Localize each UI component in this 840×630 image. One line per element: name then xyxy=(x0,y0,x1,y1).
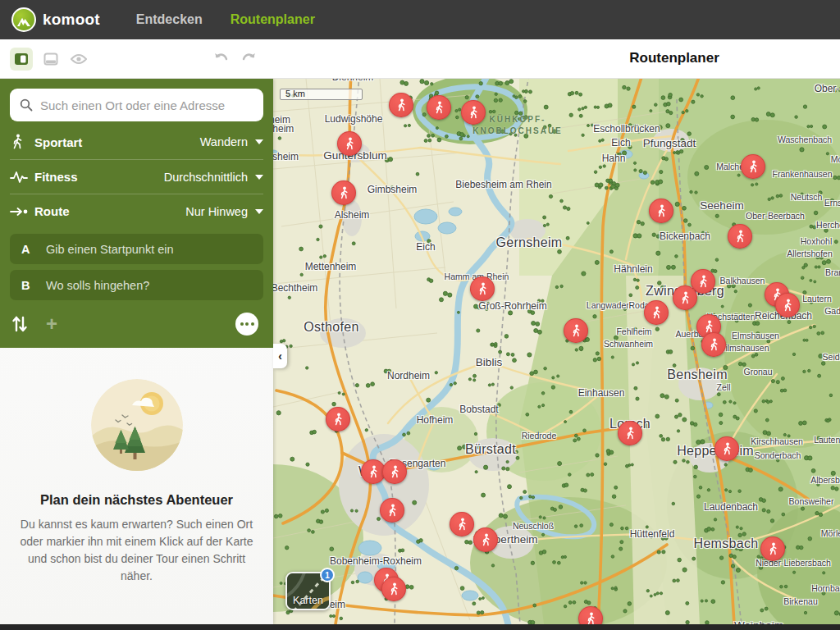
komoot-logo[interactable]: komoot xyxy=(11,7,100,32)
map-town-label: Lauten- xyxy=(814,435,840,445)
search-icon xyxy=(20,98,33,112)
map-town-label: Bechtheim xyxy=(273,282,317,294)
secondary-toolbar: Routenplaner xyxy=(0,39,840,79)
map-town-label: Osthofen xyxy=(304,320,358,335)
add-waypoint-button[interactable]: + xyxy=(46,314,57,334)
tour-marker[interactable] xyxy=(326,407,350,431)
adventure-illustration xyxy=(91,379,183,471)
tour-marker[interactable] xyxy=(741,154,765,179)
tour-marker[interactable] xyxy=(760,536,785,561)
map-town-label: Eschollbrücken xyxy=(593,123,660,135)
bottom-panel-toggle-icon[interactable] xyxy=(39,48,62,71)
layers-button-label: Karten xyxy=(287,595,329,606)
empty-state-title: Plan dein nächstes Abenteuer xyxy=(0,492,273,508)
redo-icon[interactable] xyxy=(237,48,260,71)
tour-marker[interactable] xyxy=(382,459,407,484)
map-town-label: Seeheim xyxy=(700,199,743,212)
search-input[interactable] xyxy=(40,98,253,112)
nav-routenplaner[interactable]: Routenplaner xyxy=(231,12,315,27)
tour-marker[interactable] xyxy=(450,512,474,536)
map-town-label: Gade xyxy=(824,306,840,316)
map-town-label: Mo xyxy=(831,154,840,164)
map-town-label: Ober- xyxy=(815,83,840,94)
map-town-label: Bobstadt xyxy=(459,404,498,415)
tour-marker[interactable] xyxy=(673,285,697,310)
tour-marker[interactable] xyxy=(337,131,362,156)
map-town-label: msheim xyxy=(273,151,299,162)
map-town-label: Seide xyxy=(823,352,840,362)
tour-marker[interactable] xyxy=(331,180,356,205)
sidebar-panel-toggle-icon[interactable] xyxy=(10,48,33,71)
layers-badge: 1 xyxy=(320,568,335,582)
map-town-label: Schwanheim xyxy=(604,339,653,349)
tour-marker[interactable] xyxy=(380,498,404,523)
map-town-label: Waschenbach xyxy=(778,135,832,144)
tour-marker[interactable] xyxy=(618,421,642,445)
chevron-down-icon xyxy=(255,175,263,180)
map-town-label: Bobenheim-Roxheim xyxy=(330,555,422,567)
map-town-label: Mettenheim xyxy=(305,261,357,272)
map-town-label: Neuschloß xyxy=(513,521,554,531)
nav-entdecken[interactable]: Entdecken xyxy=(136,12,203,27)
start-point-input[interactable]: A Gib einen Startpunkt ein xyxy=(10,234,263,264)
tour-marker[interactable] xyxy=(644,300,669,325)
map-town-label: Fehlheim xyxy=(616,326,651,336)
more-options-button[interactable] xyxy=(235,313,258,336)
location-search[interactable] xyxy=(10,89,263,121)
tour-marker[interactable] xyxy=(578,606,603,624)
komoot-logo-icon xyxy=(11,7,36,32)
undo-icon[interactable] xyxy=(210,48,233,71)
tour-marker[interactable] xyxy=(701,332,726,357)
tour-marker[interactable] xyxy=(470,276,495,301)
empty-state-body: Du kannst es kaum erwarten? Such einen O… xyxy=(13,516,261,585)
map-town-label: Gronau xyxy=(743,367,772,377)
map-town-label: Hemsbach xyxy=(694,536,759,551)
map-town-label: Ernst xyxy=(824,198,840,208)
map-town-label: Biebesheim am Rhein xyxy=(455,179,551,190)
map-canvas[interactable]: 5 km KÜHKOPF-KNOBLOCHSAUE DienheimLudwig… xyxy=(273,79,840,624)
chevron-down-icon xyxy=(255,139,263,144)
setting-fitness[interactable]: Fitness Durchschnittlich xyxy=(10,159,263,194)
setting-route[interactable]: Route Nur Hinweg xyxy=(10,194,263,228)
map-town-label: Bensheim xyxy=(667,368,728,382)
map-town-label: Alsheim xyxy=(335,209,370,221)
tour-marker[interactable] xyxy=(649,199,673,223)
map-town-label: Hoxhohl xyxy=(801,236,833,246)
swap-waypoints-icon[interactable] xyxy=(11,315,36,333)
map-town-label: Eich xyxy=(611,137,630,148)
map-town-label: Hahn xyxy=(602,153,626,164)
map-scale-bar: 5 km xyxy=(280,89,363,100)
tour-marker[interactable] xyxy=(427,95,451,120)
tour-marker[interactable] xyxy=(389,93,413,117)
tour-marker[interactable] xyxy=(728,224,752,249)
top-navbar: komoot Entdecken Routenplaner xyxy=(0,0,840,39)
map-town-label: Birkenau xyxy=(783,596,817,606)
map-town-label: Hofheim xyxy=(417,414,454,426)
tour-marker[interactable] xyxy=(775,293,800,317)
tour-marker[interactable] xyxy=(381,577,406,601)
map-town-label: Allertshofen xyxy=(787,249,832,258)
visibility-eye-icon[interactable] xyxy=(67,48,90,71)
map-town-label: Nordheim xyxy=(387,370,430,381)
sidebar-collapse-button[interactable]: ‹ xyxy=(273,344,287,368)
map-town-label: Bonsweiher xyxy=(789,496,834,506)
map-town-label: Albersba xyxy=(810,475,840,485)
map-town-label: Dienheim xyxy=(332,79,374,83)
hiker-icon xyxy=(10,134,34,150)
tour-marker[interactable] xyxy=(714,436,739,461)
tour-marker[interactable] xyxy=(461,100,486,125)
setting-sportart[interactable]: Sportart Wandern xyxy=(10,125,263,159)
destination-input[interactable]: B Wo solls hingehen? xyxy=(10,270,263,300)
map-layers-button[interactable]: Karten 1 xyxy=(285,572,331,610)
map-town-label: Mörle xyxy=(821,528,840,538)
map-town-label: Laudenbach xyxy=(704,501,758,513)
map-town-label: Gernsheim xyxy=(496,235,563,250)
empty-state: Plan dein nächstes Abenteuer Du kannst e… xyxy=(0,348,273,585)
map-town-label: Frankenhausen xyxy=(773,169,833,179)
map-town-label: Sonderbach xyxy=(755,450,801,460)
brand-name: komoot xyxy=(43,11,100,29)
tour-marker[interactable] xyxy=(473,527,498,552)
route-planner-sidebar: Sportart Wandern Fitness Durchschnittlic… xyxy=(0,79,273,624)
map-town-label: Eich xyxy=(416,241,435,253)
tour-marker[interactable] xyxy=(564,318,588,343)
